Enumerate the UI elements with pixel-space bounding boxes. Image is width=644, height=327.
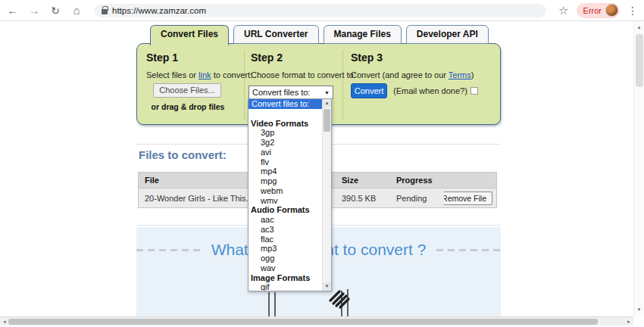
- step1-desc-suffix: to convert:: [211, 70, 252, 79]
- file-action-cell: Remove File: [444, 188, 496, 207]
- back-icon[interactable]: ←: [6, 5, 20, 16]
- email-when-done-label: (Email when done?): [393, 86, 467, 95]
- scroll-up-icon[interactable]: ▲: [634, 23, 644, 33]
- page-content: Convert Files URL Converter Manage Files…: [0, 21, 633, 316]
- dropdown-scrollbar[interactable]: ▲ ▼: [322, 99, 331, 291]
- site-tabs: Convert Files URL Converter Manage Files…: [150, 25, 489, 45]
- dropdown-option[interactable]: flv: [249, 157, 322, 167]
- dropdown-option[interactable]: flac: [249, 235, 322, 244]
- format-select-value: Convert files to:: [252, 88, 310, 97]
- tab-manage-files[interactable]: Manage Files: [324, 25, 402, 44]
- bookmark-star-icon[interactable]: ☆: [558, 4, 568, 17]
- convert-button[interactable]: Convert: [351, 83, 387, 98]
- dropdown-option[interactable]: ogg: [249, 254, 322, 263]
- step3-desc-prefix: Convert (and agree to our: [351, 70, 449, 79]
- tab-url-converter[interactable]: URL Converter: [233, 25, 318, 44]
- browser-toolbar: ← → ↻ ⌂ https://www.zamzar.com ☆ Error ⋮: [0, 0, 644, 21]
- dropdown-option[interactable]: mpg: [249, 176, 322, 186]
- file-progress-cell: Pending: [390, 188, 444, 207]
- step1-title: Step 1: [146, 51, 178, 64]
- horizontal-scrollbar[interactable]: ◄ ►: [0, 316, 633, 325]
- format-select[interactable]: Convert files to: ▼: [249, 86, 333, 99]
- browser-menu-icon[interactable]: ⋮: [627, 5, 638, 17]
- lock-icon: [102, 9, 108, 14]
- address-bar[interactable]: https://www.zamzar.com: [94, 4, 546, 17]
- step-divider: [342, 50, 343, 120]
- vertical-scrollbar[interactable]: ▲ ▼: [633, 21, 644, 316]
- link-anchor[interactable]: link: [199, 70, 211, 79]
- profile-error-label: Error: [583, 6, 602, 15]
- dropdown-option[interactable]: avi: [249, 148, 322, 157]
- reload-icon[interactable]: ↻: [48, 5, 62, 16]
- dropdown-option[interactable]: wmv: [249, 196, 322, 206]
- step1-desc-prefix: Select files or: [146, 70, 199, 79]
- dropdown-option[interactable]: mp3: [249, 244, 322, 254]
- dropdown-option[interactable]: aac: [249, 215, 322, 225]
- col-header-action: [444, 173, 496, 188]
- scroll-down-icon[interactable]: ▼: [634, 305, 644, 315]
- step2-description: Choose format to convert to:: [251, 70, 356, 79]
- format-dropdown: Convert files to: Video Formats3gp3g2avi…: [248, 98, 332, 291]
- scroll-up-icon[interactable]: ▲: [323, 99, 331, 107]
- email-checkbox[interactable]: [470, 87, 478, 95]
- dropdown-option[interactable]: webm: [249, 186, 322, 196]
- step1-description: Select files or link to convert:: [146, 70, 252, 79]
- dropdown-group-label: Video Formats: [249, 119, 322, 129]
- step2-title: Step 2: [251, 51, 283, 64]
- dropdown-option-selected[interactable]: Convert files to:: [249, 99, 322, 109]
- file-size-cell: 390.5 KB: [336, 188, 390, 207]
- step-divider: [244, 50, 245, 120]
- dropdown-option[interactable]: 3gp: [249, 128, 322, 138]
- step3-description: Convert (and agree to our Terms): [351, 70, 474, 79]
- step3-title: Step 3: [351, 51, 383, 64]
- tab-developer-api[interactable]: Developer API: [406, 25, 489, 44]
- horizontal-scroll-thumb[interactable]: [8, 319, 598, 325]
- scroll-down-icon[interactable]: ▼: [323, 282, 331, 291]
- dropdown-group-label: Image Formats: [249, 273, 322, 283]
- scroll-right-icon[interactable]: ►: [624, 317, 633, 326]
- browser-window: ← → ↻ ⌂ https://www.zamzar.com ☆ Error ⋮…: [0, 0, 644, 327]
- dropdown-option[interactable]: ac3: [249, 225, 322, 235]
- email-option: (Email when done?): [393, 86, 478, 95]
- drag-drop-note: or drag & drop files: [142, 102, 234, 111]
- select-caret-icon: ▼: [324, 90, 330, 95]
- profile-error-chip[interactable]: Error: [577, 3, 620, 18]
- remove-file-button[interactable]: Remove File: [444, 192, 492, 205]
- files-to-convert-heading: Files to convert:: [139, 148, 227, 161]
- profile-avatar[interactable]: [605, 4, 618, 17]
- dropdown-option[interactable]: 3g2: [249, 138, 322, 148]
- format-dropdown-list: Convert files to: Video Formats3gp3g2avi…: [249, 99, 322, 291]
- step3-desc-suffix: ): [471, 70, 474, 79]
- dropdown-scroll-thumb[interactable]: [324, 109, 330, 132]
- vertical-scroll-thumb[interactable]: [636, 34, 643, 87]
- forward-icon[interactable]: →: [27, 5, 41, 16]
- tab-convert-files[interactable]: Convert Files: [150, 25, 229, 45]
- home-icon[interactable]: ⌂: [70, 5, 83, 16]
- dropdown-option[interactable]: gif: [249, 282, 322, 291]
- dropdown-option[interactable]: wav: [249, 263, 322, 273]
- terms-link[interactable]: Terms: [449, 70, 471, 79]
- toolbar-right: ☆ Error ⋮: [558, 3, 638, 18]
- dropdown-group-label: Audio Formats: [249, 205, 322, 215]
- col-header-progress: Progress: [390, 173, 444, 188]
- choose-files-button[interactable]: Choose Files...: [153, 83, 221, 98]
- dropdown-blank-row: [249, 109, 322, 119]
- url-text[interactable]: https://www.zamzar.com: [112, 6, 206, 15]
- col-header-size: Size: [336, 173, 390, 188]
- dropdown-option[interactable]: mp4: [249, 167, 322, 176]
